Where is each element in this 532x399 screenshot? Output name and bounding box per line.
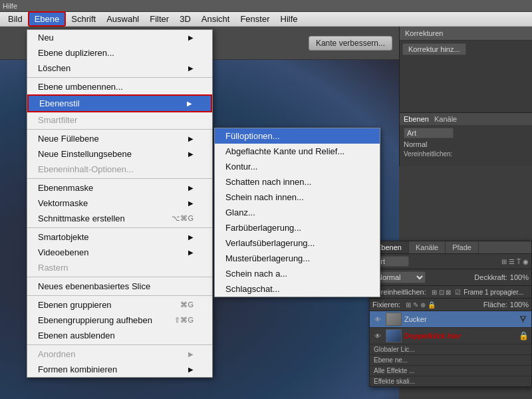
- float-fixieren-row: Fixieren: ⊞ ✎ ⊕ 🔒 Fläche: 100%: [370, 299, 531, 311]
- menu-smartobjekte[interactable]: Smartobjekte ▶: [27, 229, 212, 245]
- menu-schnittmaske-shortcut: ⌥⌘G: [172, 214, 194, 223]
- float-context-row4: Effekte skali...: [370, 376, 531, 386]
- menubar-filter[interactable]: Filter: [144, 13, 174, 25]
- float-layer-zucker[interactable]: 👁 Zucker ⛛: [370, 311, 531, 328]
- menu-umbenennen[interactable]: Ebene umbenennen...: [27, 79, 212, 94]
- menu-ebenen-gruppieren[interactable]: Ebenen gruppieren ⌘G: [27, 297, 212, 313]
- submenu-kontur[interactable]: Kontur...: [215, 159, 380, 174]
- float-opacity-value: 100%: [510, 273, 529, 281]
- hintergrund-lock: 🔒: [519, 331, 529, 340]
- menu-neue-einstellungsebene[interactable]: Neue Einstellungsebene ▶: [27, 146, 212, 162]
- menu-neu[interactable]: Neu ▶: [27, 30, 212, 45]
- zucker-thumb: [386, 313, 402, 326]
- menu-neue-fuellebene-arrow: ▶: [188, 135, 194, 142]
- floating-tab-kanaele[interactable]: Kanäle: [409, 241, 446, 253]
- submenu-fuelloptionen[interactable]: Fülloptionen...: [215, 128, 380, 144]
- float-frame-label: Frame 1 propagier...: [464, 289, 523, 296]
- float-checkbox[interactable]: ☑: [455, 289, 461, 296]
- menubar-3d[interactable]: 3D: [174, 13, 196, 25]
- menu-gruppe-aufheben-shortcut: ⇧⌘G: [174, 316, 194, 325]
- float-fixieren-label: Fixieren:: [372, 301, 400, 309]
- float-layer-hintergrund[interactable]: 👁 Doppelklick hier 🔒: [370, 328, 531, 344]
- hintergrund-thumb: [386, 329, 402, 342]
- menu-anordnen-arrow: ▶: [188, 350, 194, 358]
- eye-icon-hintergrund[interactable]: 👁: [372, 331, 383, 341]
- menu-videoebenen-arrow: ▶: [188, 249, 194, 256]
- menu-vektormaske[interactable]: Vektormaske ▶: [27, 196, 212, 211]
- menubar-ebene[interactable]: Ebene: [28, 11, 66, 27]
- ebenen-mini-search-row: [404, 128, 528, 138]
- ebenen-mini-tab1[interactable]: Ebenen: [404, 115, 429, 123]
- menu-ebenen-ausblenden[interactable]: Ebenen ausblenden: [27, 328, 212, 343]
- submenu-musterueberlagerung[interactable]: Musterüberlagerung...: [215, 251, 380, 266]
- eye-icon-zucker[interactable]: 👁: [372, 314, 383, 325]
- menu-smartobjekte-label: Smartobjekte: [38, 232, 89, 242]
- ebenen-mini-blend-row: Normal: [404, 140, 528, 148]
- ebenen-mini-tab2[interactable]: Kanäle: [434, 115, 457, 123]
- menu-ebenenmaske[interactable]: Ebenenmaske ▶: [27, 180, 212, 196]
- sep4: [27, 227, 212, 228]
- vereinheitlichen-label: Vereinheitlichen:: [404, 150, 528, 158]
- menu-videoebenen[interactable]: Videoebenen ▶: [27, 245, 212, 260]
- menu-gruppe-aufheben-label: Ebenengruppierung aufheben: [38, 315, 152, 325]
- ebenen-mini-search[interactable]: [404, 128, 454, 138]
- submenu-verlaufsuelerlagerung-label: Verlaufsüberlagerung...: [225, 238, 315, 248]
- menu-neu-arrow: ▶: [188, 34, 194, 41]
- float-fix-icons: ⊞ ✎ ⊕ 🔒: [406, 301, 435, 309]
- menu-formen-arrow: ▶: [188, 366, 194, 373]
- float-toolbar-icons: ⊞ ☰ T ◉: [501, 258, 529, 265]
- submenu-schein-innen[interactable]: Schein nach innen...: [215, 190, 380, 205]
- menubar-schrift[interactable]: Schrift: [66, 13, 101, 25]
- menubar-bild[interactable]: Bild: [3, 13, 28, 25]
- submenu-abgeflachte[interactable]: Abgeflachte Kante und Relief...: [215, 144, 380, 159]
- submenu-schlagschat[interactable]: Schlagschat...: [215, 281, 380, 297]
- submenu-farueberlagerung[interactable]: Farbüberlagerung...: [215, 220, 380, 235]
- menu-loeschen[interactable]: Löschen ▶: [27, 61, 212, 76]
- menu-ebenenstil[interactable]: Ebenenstil ▶: [27, 94, 212, 112]
- ebenenstil-submenu: Fülloptionen... Abgeflachte Kante und Re…: [214, 128, 380, 297]
- menu-neue-einstellungsebene-arrow: ▶: [188, 150, 194, 158]
- menu-duplizieren-label: Ebene duplizieren...: [38, 48, 114, 58]
- menu-anordnen[interactable]: Anordnen ▶: [27, 346, 212, 362]
- submenu-verlaufsuelerlagerung[interactable]: Verlaufsüberlagerung...: [215, 235, 380, 251]
- submenu-schatten-innen[interactable]: Schatten nach innen...: [215, 174, 380, 190]
- menu-neues-slice[interactable]: Neues ebenenbasiertes Slice: [27, 279, 212, 294]
- menu-schnittmaske[interactable]: Schnittmaske erstellen ⌥⌘G: [27, 211, 212, 226]
- submenu-glanz-label: Glanz...: [225, 207, 255, 217]
- float-opacity-label: Deckkraft:: [474, 273, 507, 281]
- floating-ebenen-panel: Ebenen Kanäle Pfade ⊞ ☰ T ◉ Normal Deckk…: [369, 241, 532, 387]
- menu-gruppe-aufheben[interactable]: Ebenengruppierung aufheben ⇧⌘G: [27, 313, 212, 328]
- floating-tabs: Ebenen Kanäle Pfade: [370, 241, 531, 254]
- menu-duplizieren[interactable]: Ebene duplizieren...: [27, 45, 212, 61]
- effekte-skali-label: Effekte skali...: [374, 378, 415, 385]
- cursor-icon: ⛛: [518, 313, 529, 325]
- float-context-row2: Ebene ne...: [370, 355, 531, 366]
- menubar-fenster[interactable]: Fenster: [235, 13, 275, 25]
- menu-smartfilter-label: Smartfilter: [38, 115, 77, 125]
- menu-formen-kombinieren[interactable]: Formen kombinieren ▶: [27, 362, 212, 377]
- submenu-glanz[interactable]: Glanz...: [215, 205, 380, 220]
- menubar: Bild Ebene Schrift Auswahl Filter 3D Ans…: [0, 12, 532, 27]
- submenu-schein-innen-label: Schein nach innen...: [225, 192, 304, 202]
- submenu-schein-nach[interactable]: Schein nach a...: [215, 266, 380, 281]
- sep5: [27, 277, 212, 277]
- menu-ebenenmaske-arrow: ▶: [188, 184, 194, 192]
- floating-tab-pfade[interactable]: Pfade: [446, 241, 479, 253]
- menu-neue-fuellebene[interactable]: Neue Füllebene ▶: [27, 131, 212, 146]
- menubar-auswahl[interactable]: Auswahl: [101, 13, 144, 25]
- menubar-hilfe[interactable]: Hilfe: [275, 13, 303, 25]
- korrekturen-header: Korrekturen: [400, 27, 532, 41]
- hintergrund-doppelklick: Doppelklick hier: [404, 332, 516, 340]
- ebenen-mini-header: Ebenen Kanäle: [400, 113, 532, 125]
- float-frame-icons: ⊞ ⊡ ⊠: [432, 289, 452, 296]
- float-blend-row: Normal Deckkraft: 100%: [370, 269, 531, 286]
- korrektur-hinzufuegen-button[interactable]: Korrektur hinz...: [402, 43, 466, 55]
- float-blend-select[interactable]: Normal: [372, 271, 426, 283]
- menubar-ansicht[interactable]: Ansicht: [196, 13, 235, 25]
- menu-anordnen-label: Anordnen: [38, 349, 75, 359]
- float-vereinheitlichen-label: Vereinheitlichen:: [372, 288, 426, 296]
- float-vereinheitlichen-row: Vereinheitlichen: ⊞ ⊡ ⊠ ☑ Frame 1 propag…: [370, 286, 531, 299]
- menu-smartobjekte-arrow: ▶: [188, 233, 194, 241]
- kante-verbessern-button[interactable]: Kante verbessern...: [309, 36, 392, 51]
- menu-ebeneninhalt: Ebeneninhalt-Optionen...: [27, 162, 212, 177]
